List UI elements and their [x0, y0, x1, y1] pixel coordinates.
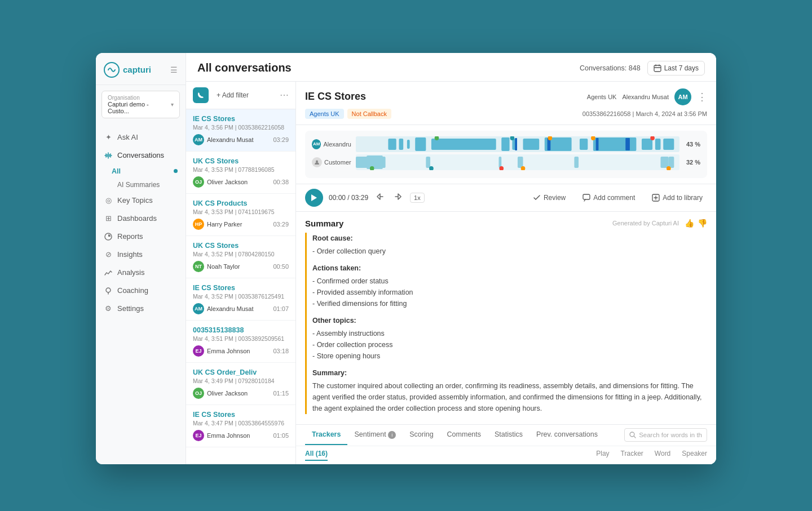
sidebar-item-analysis[interactable]: Analysis — [96, 264, 186, 282]
conv-agent-row: NT Noah Taylor 00:50 — [193, 261, 289, 272]
table-row[interactable]: UK CS Stores Mar 4, 3:52 PM | 0780428015… — [186, 236, 295, 278]
org-label: Organisation — [108, 95, 171, 101]
table-row[interactable]: IE CS Stores Mar 4, 3:52 PM | 0035387612… — [186, 278, 295, 321]
tag-not-callback: Not Callback — [347, 109, 391, 119]
summary-header: Summary Generated by Capturi AI 👍 👎 — [305, 219, 707, 228]
add-comment-button[interactable]: Add comment — [578, 192, 639, 204]
waveform-container: AM Alexandru — [305, 131, 707, 178]
agent-info: OJ Oliver Jackson — [193, 176, 248, 188]
add-filter-button[interactable]: + Add filter — [213, 89, 252, 101]
conv-agent-row: EJ Emma Johnson 01:05 — [193, 430, 289, 441]
sidebar-subitem-all[interactable]: All — [96, 165, 186, 178]
tab-comments[interactable]: Comments — [440, 425, 488, 445]
table-row[interactable]: UK CS Order_Deliv Mar 4, 3:49 PM | 07928… — [186, 363, 295, 405]
avatar: NT — [193, 261, 204, 272]
info-icon[interactable]: i — [388, 431, 396, 439]
tab-sentiment[interactable]: Sentiment i — [347, 425, 403, 446]
svg-rect-43 — [583, 194, 590, 199]
comment-icon — [582, 194, 590, 202]
forward-button[interactable] — [392, 190, 404, 205]
sidebar-item-label: Ask AI — [117, 133, 138, 141]
add-to-library-button[interactable]: Add to library — [647, 192, 707, 204]
grid-icon: ⊞ — [104, 214, 113, 223]
sidebar-item-insights[interactable]: ⊘ Insights — [96, 246, 186, 264]
circle-icon: ◎ — [104, 196, 113, 205]
svg-point-45 — [630, 432, 634, 437]
tab-comments-label: Comments — [447, 430, 481, 438]
sidebar-item-ask-ai[interactable]: ✦ Ask AI — [96, 128, 186, 146]
play-button[interactable] — [305, 189, 323, 207]
conversations-count-value: 848 — [629, 64, 641, 72]
agent-info: EJ Emma Johnson — [193, 345, 250, 357]
review-button[interactable]: Review — [528, 192, 570, 204]
conv-duration: 03:29 — [273, 221, 289, 228]
sidebar-item-dashboards[interactable]: ⊞ Dashboards — [96, 210, 186, 228]
detail-header: IE CS Stores Agents UK Alexandru Musat A… — [296, 82, 716, 125]
svg-rect-33 — [498, 157, 501, 168]
conv-title: 0035315138838 — [193, 326, 289, 334]
sidebar: capturi ☰ Organisation Capturi demo - Cu… — [96, 53, 186, 464]
speaker-row-alexandru: AM Alexandru — [312, 136, 700, 152]
conv-title: UK CS Stores — [193, 242, 289, 250]
tab-trackers[interactable]: Trackers — [305, 425, 347, 445]
summary-title: Summary — [305, 219, 343, 228]
trackers-word-col: Word — [655, 450, 670, 461]
conv-title: UK CS Stores — [193, 157, 289, 165]
summary-text: The customer inquired about collecting a… — [312, 380, 707, 414]
conv-duration: 01:07 — [273, 305, 289, 312]
conv-agent-row: EJ Emma Johnson 03:18 — [193, 345, 289, 357]
trend-icon — [104, 268, 113, 277]
tab-search[interactable]: Search for words in th — [624, 428, 707, 442]
conv-duration: 00:50 — [273, 263, 289, 270]
rewind-icon — [376, 192, 385, 201]
table-row[interactable]: IE CS Stores Mar 4, 3:56 PM | 0035386221… — [186, 109, 295, 152]
conv-agent-row: OJ Oliver Jackson 00:38 — [193, 176, 289, 188]
tab-sentiment-label: Sentiment — [354, 430, 386, 438]
speed-button[interactable]: 1x — [410, 193, 425, 203]
org-selector[interactable]: Organisation Capturi demo - Custo... ▾ — [102, 91, 180, 118]
trackers-all-label[interactable]: All (16) — [305, 450, 328, 461]
phone-icon-button[interactable] — [193, 87, 209, 103]
avatar: EJ — [193, 430, 204, 441]
calendar-icon — [654, 64, 661, 72]
tab-prev-conversations[interactable]: Prev. conversations — [529, 425, 604, 445]
sidebar-item-settings[interactable]: ⚙ Settings — [96, 300, 186, 318]
sidebar-subitem-ai-summaries[interactable]: AI Summaries — [96, 178, 186, 192]
tab-scoring[interactable]: Scoring — [403, 425, 440, 445]
player-controls: 00:00 / 03:29 1x — [296, 184, 716, 212]
sidebar-item-label: Key Topics — [117, 196, 153, 205]
conv-title: IE CS Stores — [193, 115, 289, 123]
thumbs-up-button[interactable]: 👍 — [685, 219, 694, 228]
more-options-icon[interactable]: ⋮ — [697, 91, 707, 103]
agent-name: Harry Parker — [207, 221, 242, 228]
sidebar-item-reports[interactable]: Reports — [96, 228, 186, 246]
sidebar-subitem-label: AI Summaries — [117, 181, 160, 189]
tab-statistics[interactable]: Statistics — [488, 425, 529, 445]
rewind-button[interactable] — [374, 190, 386, 205]
chevron-down-icon: ▾ — [171, 101, 174, 108]
svg-rect-5 — [388, 139, 396, 150]
date-filter-button[interactable]: Last 7 days — [647, 61, 705, 75]
trackers-subheader: All (16) Play Tracker Word Speaker — [296, 446, 716, 464]
sidebar-item-conversations[interactable]: Conversations — [96, 146, 186, 165]
thumbs-down-button[interactable]: 👎 — [698, 219, 707, 228]
conv-duration: 01:15 — [273, 390, 289, 397]
conv-title: UK CS Products — [193, 199, 289, 207]
svg-rect-31 — [367, 155, 383, 169]
summary-feedback: 👍 👎 — [685, 219, 707, 228]
sidebar-item-label: Analysis — [117, 268, 144, 277]
more-options-icon[interactable]: ⋯ — [280, 90, 289, 100]
table-row[interactable]: 0035315138838 Mar 4, 3:51 PM | 003538925… — [186, 321, 295, 363]
logo-area: capturi — [104, 62, 151, 78]
sidebar-item-label: Dashboards — [117, 214, 157, 223]
sidebar-item-coaching[interactable]: Coaching — [96, 282, 186, 300]
table-row[interactable]: IE CS Stores Mar 4, 3:47 PM | 0035386455… — [186, 405, 295, 447]
hamburger-icon[interactable]: ☰ — [170, 65, 178, 74]
sidebar-item-key-topics[interactable]: ◎ Key Topics — [96, 192, 186, 210]
table-row[interactable]: UK CS Stores Mar 4, 3:53 PM | 0778819608… — [186, 152, 295, 194]
phone-date: 00353862216058 | March 4, 2024 at 3:56 P… — [582, 110, 707, 117]
conv-agent-row: AM Alexandru Musat 03:29 — [193, 134, 289, 145]
waveform-area: AM Alexandru — [296, 125, 716, 184]
table-row[interactable]: UK CS Products Mar 4, 3:53 PM | 07411019… — [186, 194, 295, 236]
svg-rect-6 — [399, 139, 404, 150]
